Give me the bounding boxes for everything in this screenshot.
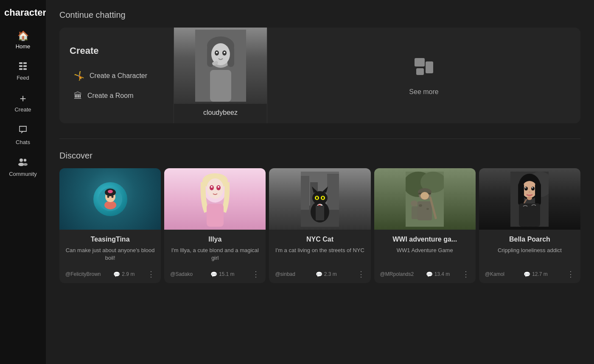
chats-icon — [18, 125, 28, 136]
see-more-card[interactable]: See more — [267, 28, 580, 123]
svg-point-78 — [532, 187, 533, 188]
discover-card-bellapoarch[interactable]: Bella Poarch Crippling loneliness addict… — [479, 168, 580, 283]
bellapoarch-more-button[interactable]: ⋮ — [567, 270, 574, 279]
bellapoarch-chats: 💬 12.7 m — [524, 271, 548, 278]
svg-rect-21 — [210, 70, 231, 102]
illya-more-button[interactable]: ⋮ — [252, 270, 260, 279]
wwi-image — [374, 168, 476, 230]
svg-rect-22 — [415, 58, 425, 67]
sidebar-chats-label: Chats — [16, 139, 30, 145]
discover-cards-row: TeasingTina Can make just about anyone's… — [59, 168, 580, 283]
svg-rect-44 — [327, 174, 339, 210]
discover-card-nyccat[interactable]: NYC Cat I'm a cat living on the streets … — [269, 168, 370, 283]
bellapoarch-author: @Kamol — [485, 271, 504, 277]
nyccat-footer: @sinbad 💬 2.3 m ⋮ — [269, 266, 370, 283]
chat-icon2: 💬 — [210, 271, 217, 278]
wwi-more-button[interactable]: ⋮ — [462, 270, 470, 279]
teasingtina-footer-left: @FelicityBrown — [65, 271, 101, 277]
svg-rect-81 — [519, 203, 540, 227]
svg-point-30 — [107, 195, 109, 198]
illya-image — [164, 168, 266, 230]
bellapoarch-footer: @Kamol 💬 12.7 m ⋮ — [479, 266, 580, 283]
illya-name: Illya — [170, 236, 260, 243]
teasingtina-image — [59, 168, 161, 230]
svg-point-37 — [211, 186, 213, 188]
wwi-body: WWI adventure ga... WW1 Adventure Game — [374, 230, 476, 266]
discover-card-teasingtina[interactable]: TeasingTina Can make just about anyone's… — [59, 168, 161, 283]
sidebar-item-home[interactable]: 🏠 Home — [0, 25, 46, 56]
create-card: Create 🤸 Create a Character 🏛 Create a R… — [59, 28, 174, 123]
create-character-label: Create a Character — [90, 72, 147, 80]
nyccat-author: @sinbad — [275, 271, 295, 277]
svg-point-62 — [420, 192, 429, 200]
nyccat-name: NYC Cat — [275, 236, 364, 243]
teasingtina-more-button[interactable]: ⋮ — [147, 270, 155, 279]
svg-point-34 — [207, 178, 224, 199]
nyccat-more-button[interactable]: ⋮ — [357, 270, 365, 279]
sidebar-item-feed[interactable]: Feed — [0, 56, 46, 87]
discover-card-illya[interactable]: Illya I'm Illya, a cute blond and a magi… — [164, 168, 266, 283]
svg-rect-74 — [535, 182, 541, 206]
svg-rect-55 — [316, 206, 324, 220]
main-content: Continue chatting Create 🤸 Create a Char… — [46, 0, 594, 364]
svg-point-75 — [524, 186, 528, 190]
teasingtina-author: @FelicityBrown — [65, 271, 101, 277]
cloudybeez-card[interactable]: cloudybeez — [174, 28, 267, 123]
svg-rect-4 — [19, 68, 22, 70]
continue-chatting-section: Continue chatting Create 🤸 Create a Char… — [59, 10, 580, 123]
sidebar-feed-label: Feed — [17, 75, 29, 81]
sidebar-community-label: Community — [9, 171, 37, 177]
teasingtina-desc: Can make just about anyone's blood boil! — [65, 247, 155, 262]
svg-rect-23 — [416, 68, 424, 75]
svg-point-7 — [24, 159, 26, 161]
teasingtina-chats: 💬 2.9 m — [113, 271, 134, 278]
bellapoarch-footer-left: @Kamol — [485, 271, 504, 277]
nyccat-footer-left: @sinbad — [275, 271, 295, 277]
wwi-desc: WW1 Adventure Game — [380, 247, 470, 262]
sidebar-item-community[interactable]: Community — [0, 151, 46, 183]
illya-footer-left: @Sadako — [170, 271, 193, 277]
home-icon: 🏠 — [17, 31, 29, 41]
illya-chat-count: 15.1 m — [219, 271, 235, 277]
sidebar-item-chats[interactable]: Chats — [0, 119, 46, 151]
cloudybeez-image — [174, 28, 267, 104]
create-card-title: Create — [70, 45, 163, 56]
bellapoarch-desc: Crippling loneliness addict — [485, 247, 574, 262]
illya-footer: @Sadako 💬 15.1 m ⋮ — [164, 266, 266, 283]
nyccat-chats: 💬 2.3 m — [316, 271, 337, 278]
wwi-name: WWI adventure ga... — [380, 236, 470, 243]
svg-point-9 — [23, 163, 28, 166]
svg-point-18 — [216, 52, 218, 53]
illya-desc: I'm Illya, a cute blond and a magical gi… — [170, 247, 260, 262]
teasingtina-footer: @FelicityBrown 💬 2.9 m ⋮ — [59, 266, 161, 283]
create-room-icon: 🏛 — [74, 91, 82, 101]
create-character-icon: 🤸 — [74, 71, 84, 81]
teasingtina-chat-count: 2.9 m — [122, 271, 134, 277]
discover-card-wwi[interactable]: WWI adventure ga... WW1 Adventure Game @… — [374, 168, 476, 283]
discover-section: Discover — [59, 151, 580, 283]
svg-rect-0 — [19, 62, 22, 64]
see-more-label: See more — [409, 88, 438, 96]
illya-author: @Sadako — [170, 271, 193, 277]
cloudybeez-name: cloudybeez — [203, 104, 238, 117]
svg-rect-24 — [426, 61, 433, 73]
svg-point-31 — [111, 195, 113, 198]
svg-point-66 — [426, 208, 429, 210]
chat-icon: 💬 — [113, 271, 120, 278]
feed-icon — [18, 61, 28, 72]
svg-point-80 — [527, 197, 532, 200]
sidebar-item-create[interactable]: + Create — [0, 87, 46, 119]
create-room-option[interactable]: 🏛 Create a Room — [70, 86, 163, 106]
community-icon — [17, 157, 28, 168]
create-icon: + — [20, 93, 26, 104]
svg-rect-2 — [19, 65, 22, 67]
svg-point-8 — [18, 163, 24, 166]
bellapoarch-name: Bella Poarch — [485, 236, 574, 243]
wwi-author: @MRpolands2 — [380, 271, 414, 277]
create-character-option[interactable]: 🤸 Create a Character — [70, 66, 163, 86]
svg-point-79 — [529, 191, 530, 192]
wwi-footer: @MRpolands2 💬 13.4 m ⋮ — [374, 266, 476, 283]
wwi-chats: 💬 13.4 m — [426, 271, 450, 278]
illya-chats: 💬 15.1 m — [210, 271, 235, 278]
svg-point-65 — [419, 204, 422, 207]
